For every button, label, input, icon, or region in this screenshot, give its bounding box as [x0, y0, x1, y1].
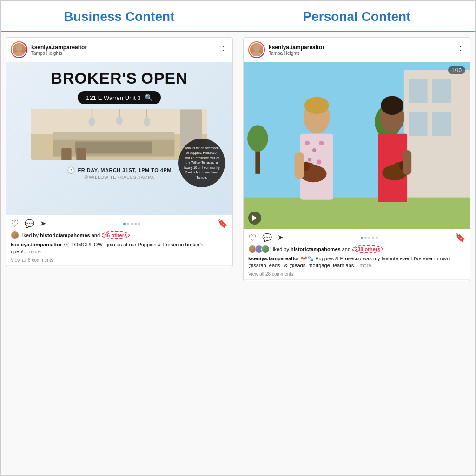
svg-point-12 — [144, 117, 150, 126]
personal-like-avatars — [248, 245, 268, 253]
personal-more-icon[interactable]: ⋮ — [456, 45, 465, 55]
personal-post-actions: ♡ 💬 ➤ 🔖 — [244, 229, 470, 244]
personal-share-icon[interactable]: ➤ — [278, 234, 284, 241]
business-post-caption: kseniya.tamparealtor 👀 TOMORROW - join u… — [6, 240, 232, 257]
main-container: Business Content Personal Content — [1, 1, 475, 475]
handle-text: @WILLOW.TERRACES.TAMPA — [84, 175, 154, 179]
business-comment-icon[interactable]: 💬 — [25, 220, 34, 228]
personal-dot-5 — [376, 237, 378, 239]
personal-heart-icon[interactable]: ♡ — [248, 233, 257, 242]
personal-dot-2 — [364, 237, 367, 239]
svg-point-30 — [304, 97, 329, 114]
business-avatar-inner — [12, 42, 26, 57]
svg-point-32 — [305, 141, 310, 145]
svg-point-36 — [317, 159, 321, 164]
personal-post-likes: Liked by historictampahomes and 238 othe… — [244, 244, 470, 254]
svg-rect-47 — [403, 150, 411, 175]
svg-rect-40 — [295, 152, 304, 178]
header-row: Business Content Personal Content — [1, 1, 475, 32]
business-bookmark-icon[interactable]: 🔖 — [218, 219, 228, 228]
business-post-card: kseniya.tamparealtor Tampa Heights ⋮ BRO… — [6, 37, 233, 267]
svg-point-1 — [13, 52, 25, 56]
personal-panel: kseniya.tamparealtor Tampa Heights ⋮ — [238, 32, 475, 475]
personal-user-info: kseniya.tamparealtor Tampa Heights — [269, 44, 324, 56]
personal-dot-3 — [368, 237, 370, 239]
business-share-icon[interactable]: ➤ — [40, 220, 46, 227]
svg-rect-23 — [432, 112, 451, 136]
svg-rect-14 — [76, 148, 86, 160]
personal-dot-4 — [372, 237, 374, 239]
business-location: Tampa Heights — [31, 51, 87, 56]
address-bar: 121 E Warren Unit 3 🔍 — [78, 91, 160, 104]
svg-point-33 — [312, 148, 316, 152]
address-text: 121 E Warren Unit 3 — [86, 94, 140, 101]
personal-comment-icon[interactable]: 💬 — [262, 234, 272, 242]
svg-rect-28 — [244, 198, 470, 229]
business-more-link[interactable]: more — [29, 249, 41, 254]
svg-point-27 — [247, 125, 268, 152]
business-post-actions: ♡ 💬 ➤ 🔖 — [6, 215, 232, 230]
personal-header-cell: Personal Content — [238, 1, 475, 31]
personal-dot-1 — [361, 237, 363, 239]
business-avatar — [11, 41, 27, 58]
personal-header-title: Personal Content — [303, 9, 411, 24]
business-post-likes: Liked by historictampahomes and 46 other… — [6, 230, 232, 240]
personal-post-card: kseniya.tamparealtor Tampa Heights ⋮ — [243, 37, 470, 281]
business-username: kseniya.tamparealtor — [31, 44, 87, 51]
svg-rect-21 — [432, 79, 451, 103]
business-heart-icon[interactable]: ♡ — [11, 219, 19, 228]
personal-likes-count: 238 others — [352, 245, 383, 253]
broker-open-image: BROKER'S OPEN 121 E Warren Unit 3 🔍 — [6, 62, 232, 215]
like-avatar-1 — [11, 231, 19, 239]
svg-point-16 — [253, 44, 260, 52]
svg-marker-48 — [252, 215, 257, 221]
svg-rect-20 — [409, 79, 428, 103]
svg-point-0 — [16, 44, 22, 52]
dot-1 — [123, 223, 126, 225]
personal-avatar-inner — [249, 42, 264, 57]
broker-title: BROKER'S OPEN — [51, 69, 188, 87]
personal-username: kseniya.tamparealtor — [269, 44, 324, 51]
clock-icon: 🕐 — [67, 166, 75, 174]
business-like-avatars — [11, 231, 17, 239]
personal-dots-row — [289, 237, 450, 239]
personal-bottom-line — [244, 279, 470, 280]
dot-2 — [127, 223, 129, 225]
svg-point-34 — [319, 141, 324, 145]
personal-post-header: kseniya.tamparealtor Tampa Heights ⋮ — [244, 38, 470, 62]
svg-rect-13 — [61, 148, 71, 160]
event-time-text: FRIDAY, MARCH 31ST, 1PM TO 4PM — [78, 167, 172, 173]
business-dots-row — [52, 223, 212, 225]
dark-circle-info: Join us for an afternoon of puppies, Pro… — [178, 139, 225, 188]
business-bottom-line — [6, 265, 232, 266]
photo-play-button[interactable] — [248, 212, 261, 225]
personal-more-link[interactable]: more — [359, 263, 371, 268]
dot-4 — [134, 223, 137, 225]
business-user-info: kseniya.tamparealtor Tampa Heights — [31, 44, 87, 56]
business-header-title: Business Content — [64, 9, 174, 24]
dot-3 — [131, 223, 133, 225]
svg-rect-22 — [409, 112, 428, 136]
personal-post-caption: kseniya.tamparealtor 🐶🐾 Puppies & Prosec… — [244, 254, 470, 271]
personal-bookmark-icon[interactable]: 🔖 — [455, 233, 465, 242]
personal-like-avatar-3 — [261, 245, 270, 253]
business-likes-count: 46 others — [101, 231, 130, 239]
event-time-row: 🕐 FRIDAY, MARCH 31ST, 1PM TO 4PM — [67, 166, 172, 174]
business-more-icon[interactable]: ⋮ — [219, 45, 228, 55]
business-panel: kseniya.tamparealtor Tampa Heights ⋮ BRO… — [1, 32, 238, 475]
dot-5 — [138, 223, 140, 225]
personal-avatar-face — [250, 43, 263, 56]
personal-liked-by-text: Liked by historictampahomes and 238 othe… — [270, 246, 383, 252]
photo-counter: 1/10 — [448, 66, 465, 74]
content-row: kseniya.tamparealtor Tampa Heights ⋮ BRO… — [1, 32, 475, 475]
personal-post-header-left: kseniya.tamparealtor Tampa Heights — [248, 41, 324, 58]
svg-point-17 — [251, 52, 262, 56]
svg-point-10 — [116, 116, 122, 125]
svg-point-8 — [88, 117, 95, 126]
personal-view-comments[interactable]: View all 28 comments — [244, 271, 470, 278]
business-avatar-face — [13, 43, 26, 56]
personal-avatar — [248, 41, 265, 58]
business-header-cell: Business Content — [1, 1, 238, 31]
personal-location: Tampa Heights — [269, 51, 324, 56]
business-view-comments[interactable]: View all 6 comments — [6, 257, 232, 264]
